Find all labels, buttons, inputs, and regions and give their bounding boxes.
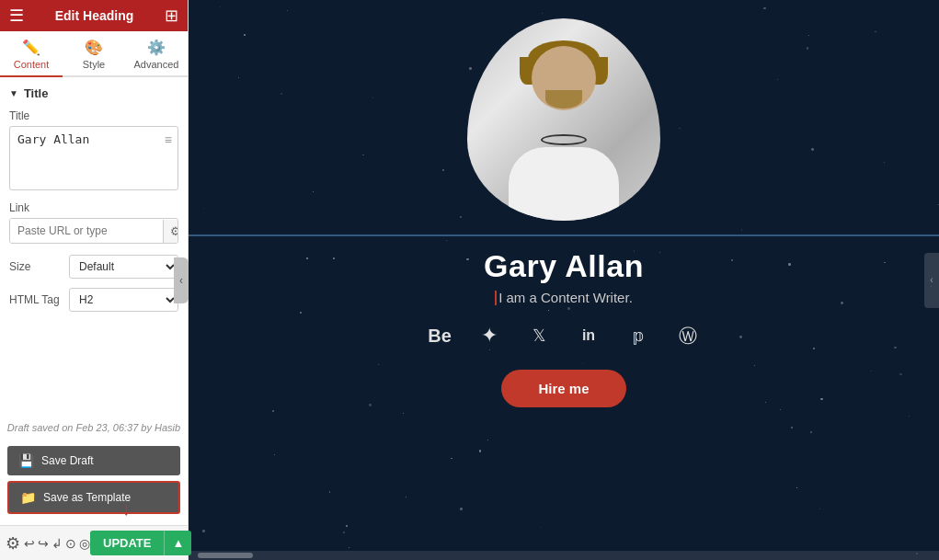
tab-content-label: Content (14, 59, 50, 70)
save-draft-label: Save Draft (41, 454, 94, 467)
settings-icon[interactable]: ⚙ (6, 533, 20, 554)
tab-style-label: Style (83, 59, 105, 70)
save-template-button[interactable]: 📁 Save as Template (7, 481, 180, 514)
behance-icon[interactable]: Be (424, 320, 455, 351)
scroll-handle[interactable]: ‹ (924, 253, 939, 308)
tab-advanced[interactable]: ⚙️ Advanced (125, 31, 188, 77)
update-btn-group: UPDATE ▲ (90, 531, 191, 555)
html-tag-row: HTML Tag H1 H2 H3 H4 H5 H6 div span p (9, 288, 178, 312)
bottom-buttons: 💾 Save Draft 📁 Save as Template (0, 440, 188, 525)
bottom-scrollbar[interactable] (189, 551, 939, 560)
profile-name: Gary Allan (484, 248, 644, 284)
right-panel: Gary Allan I am a Content Writer. Be ✦ 𝕏… (189, 0, 939, 560)
section-title-label: Title (24, 86, 49, 100)
collapse-panel-button[interactable]: ‹ (174, 257, 189, 303)
responsive-icon[interactable]: ⊙ (65, 536, 76, 551)
save-template-icon: 📁 (20, 490, 36, 505)
tabs-row: ✏️ Content 🎨 Style ⚙️ Advanced (0, 31, 188, 77)
dribbble-icon[interactable]: ✦ (474, 320, 505, 351)
content-tab-icon: ✏️ (22, 39, 40, 56)
tab-advanced-label: Advanced (134, 59, 179, 70)
scroll-thumb (198, 553, 253, 558)
link-input[interactable] (10, 219, 163, 243)
tab-content[interactable]: ✏️ Content (0, 31, 63, 77)
size-row: Size Default Small Medium Large XL (9, 255, 178, 279)
size-label: Size (9, 260, 69, 273)
profile-subtitle: I am a Content Writer. (495, 290, 633, 305)
update-bar: ⚙ ↩ ↪ ↲ ⊙ ◎ UPDATE ▲ (0, 525, 188, 560)
draft-info: Draft saved on Feb 23, 06:37 by Hasib (0, 416, 188, 440)
linkedin-icon[interactable]: in (573, 320, 604, 351)
person-necklace (541, 134, 587, 145)
person-beard (545, 90, 582, 109)
top-bar: ☰ Edit Heading ⊞ (0, 0, 188, 31)
view-icon[interactable]: ◎ (79, 536, 90, 551)
section-arrow-icon: ▼ (9, 88, 18, 98)
social-icons-row: Be ✦ 𝕏 in 𝕡 Ⓦ (424, 320, 704, 351)
panel-content: ▼ Title Title Gary Allan ≡ Link ⚙ ≡ Size… (0, 77, 188, 416)
save-draft-button[interactable]: 💾 Save Draft (7, 446, 180, 475)
title-field-label: Title (9, 109, 178, 122)
profile-image (467, 18, 660, 221)
title-textarea-wrapper: Gary Allan ≡ (9, 126, 178, 190)
html-tag-select[interactable]: H1 H2 H3 H4 H5 H6 div span p (69, 288, 178, 312)
hire-me-button[interactable]: Hire me (501, 370, 625, 407)
style-tab-icon: 🎨 (85, 39, 103, 56)
undo-icon[interactable]: ↩ (24, 536, 35, 551)
main-content: Gary Allan I am a Content Writer. Be ✦ 𝕏… (189, 0, 939, 407)
separator-line (189, 234, 939, 236)
title-section-header[interactable]: ▼ Title (9, 86, 178, 100)
advanced-tab-icon: ⚙️ (147, 39, 166, 56)
link-field-label: Link (9, 201, 178, 214)
tab-style[interactable]: 🎨 Style (63, 31, 125, 77)
cursor-indicator (495, 291, 497, 305)
panel-title: Edit Heading (55, 8, 134, 23)
update-button[interactable]: UPDATE (90, 531, 164, 555)
size-select[interactable]: Default Small Medium Large XL (69, 255, 178, 279)
expand-update-button[interactable]: ▲ (164, 531, 191, 555)
wordpress-icon[interactable]: Ⓦ (672, 320, 704, 351)
link-row: ⚙ ≡ (9, 218, 178, 244)
history-icons: ↩ ↪ ↲ ⊙ ◎ (24, 536, 90, 551)
redo-icon[interactable]: ↪ (38, 536, 49, 551)
save-draft-icon: 💾 (18, 453, 34, 468)
arrow-down-indicator: ↓ (121, 498, 131, 520)
html-tag-label: HTML Tag (9, 293, 69, 306)
left-panel: ☰ Edit Heading ⊞ ✏️ Content 🎨 Style ⚙️ A… (0, 0, 189, 560)
person-body (509, 147, 619, 221)
history-icon[interactable]: ↲ (52, 536, 63, 551)
link-settings-icon[interactable]: ⚙ (163, 220, 178, 243)
profile-image-container (467, 18, 660, 221)
save-template-label: Save as Template (43, 491, 131, 504)
title-textarea[interactable]: Gary Allan (17, 132, 170, 178)
grid-icon[interactable]: ⊞ (165, 6, 178, 26)
pinterest-icon[interactable]: 𝕡 (623, 320, 654, 351)
twitter-icon[interactable]: 𝕏 (523, 320, 555, 351)
subtitle-text: I am a Content Writer. (498, 290, 633, 305)
hamburger-icon[interactable]: ☰ (9, 6, 24, 26)
textarea-icon[interactable]: ≡ (165, 132, 172, 147)
